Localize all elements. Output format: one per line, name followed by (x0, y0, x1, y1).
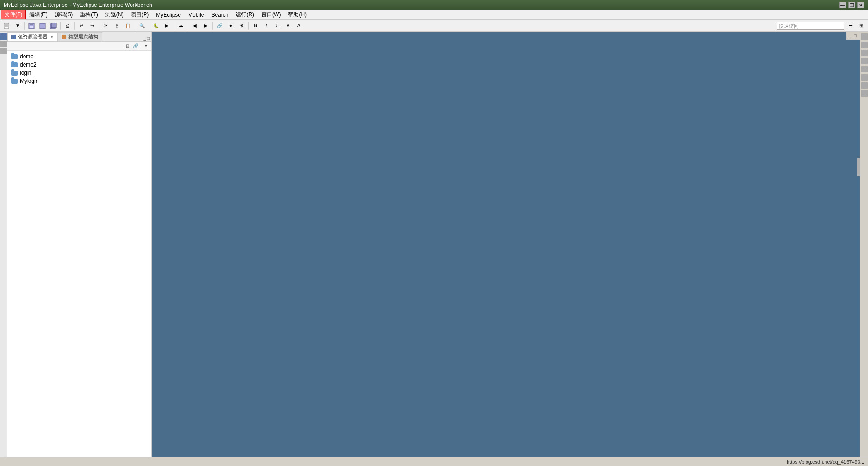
toolbar-new[interactable] (2, 21, 12, 30)
folder-icon-demo2 (11, 61, 18, 68)
toolbar-fontsize-large[interactable]: A (294, 21, 304, 30)
right-icon-1[interactable] (861, 33, 868, 40)
toolbar-forward[interactable]: ▶ (201, 21, 211, 30)
toolbar-bold[interactable]: B (250, 21, 260, 30)
toolbar-sep-4 (99, 22, 99, 30)
editor-maximize[interactable]: □ (854, 33, 859, 38)
side-icon-3[interactable] (0, 48, 7, 54)
panel-toolbar-sep (141, 43, 141, 49)
panel-view-menu[interactable]: ▼ (142, 43, 150, 50)
toolbar-copy[interactable]: ⎘ (112, 21, 122, 30)
tree-item-demo2[interactable]: demo2 (7, 61, 151, 69)
toolbar-italic[interactable]: I (261, 21, 271, 30)
tree-item-demo2-label: demo2 (20, 62, 37, 68)
tab-package-explorer-close[interactable]: ✕ (50, 35, 54, 39)
tab-package-explorer-label: 包资源管理器 (18, 33, 47, 40)
quick-access-input[interactable] (777, 22, 844, 30)
menu-window[interactable]: 窗口(W) (258, 10, 284, 19)
tab-type-hierarchy-label: 类型层次结构 (68, 33, 98, 40)
tab-package-explorer[interactable]: 包资源管理器 ✕ (7, 32, 58, 41)
toolbar-sep-9 (212, 22, 213, 30)
side-icon-1[interactable] (0, 33, 7, 40)
toolbar-print[interactable]: 🖨 (62, 21, 72, 30)
folder-icon-mylogin (11, 77, 18, 85)
right-icon-2[interactable] (861, 42, 868, 48)
toolbar-save[interactable] (27, 21, 37, 30)
panel-minimize[interactable]: _ (143, 36, 146, 41)
svg-rect-9 (51, 23, 56, 28)
editor-area[interactable]: _ □ (152, 32, 860, 457)
toolbar-perspective1[interactable]: ☰ (845, 21, 855, 30)
menu-mobile[interactable]: Mobile (184, 11, 208, 19)
toolbar-fontsize[interactable]: A (283, 21, 293, 30)
toolbar-sep-3 (74, 22, 75, 30)
toolbar-saveall[interactable] (48, 21, 58, 30)
folder-icon-demo (11, 53, 18, 60)
right-icon-4[interactable] (861, 58, 868, 64)
toolbar-sep-8 (188, 22, 188, 30)
toolbar-sep-2 (60, 22, 61, 30)
toolbar-sep-1 (24, 22, 25, 30)
scroll-handle[interactable] (857, 158, 860, 176)
svg-rect-5 (30, 23, 33, 25)
side-icon-2[interactable] (0, 41, 7, 47)
toolbar-dropdown[interactable]: ▼ (13, 21, 23, 30)
toolbar-paste[interactable]: 📋 (123, 21, 133, 30)
minimize-button[interactable]: — (839, 2, 846, 8)
right-icon-5[interactable] (861, 66, 868, 72)
panel-maximize[interactable]: □ (147, 36, 150, 41)
toolbar-sep-10 (248, 22, 249, 30)
tree-item-login[interactable]: login (7, 69, 151, 77)
tree-item-mylogin[interactable]: Mylogin (7, 77, 151, 85)
toolbar-perspective2[interactable]: ⊞ (856, 21, 866, 30)
menu-navigate[interactable]: 浏览(N) (102, 10, 127, 19)
toolbar-search[interactable]: 🔍 (137, 21, 147, 30)
toolbar-debug[interactable]: 🐛 (151, 21, 161, 30)
panel-collapse-all[interactable]: ⊟ (124, 43, 131, 50)
toolbar-run[interactable]: ▶ (162, 21, 172, 30)
menu-project[interactable]: 项目(P) (127, 10, 152, 19)
menu-help[interactable]: 帮助(H) (284, 10, 310, 19)
toolbar-cut[interactable]: ✂ (101, 21, 111, 30)
type-hierarchy-icon (62, 35, 66, 39)
toolbar-underline[interactable]: U (272, 21, 282, 30)
toolbar-bookmark[interactable]: ★ (226, 21, 236, 30)
toolbar-sep-7 (174, 22, 174, 30)
toolbar-sep-5 (135, 22, 135, 30)
right-icon-7[interactable] (861, 82, 868, 89)
svg-rect-7 (40, 23, 45, 29)
menu-myeclipse[interactable]: MyEclipse (152, 11, 184, 19)
toolbar-undo[interactable]: ↩ (76, 21, 86, 30)
window-controls[interactable]: — ❐ ✕ (839, 2, 864, 8)
left-side-icons (0, 32, 7, 457)
title-bar: MyEclipse Java Enterprise - MyEclipse En… (0, 0, 868, 10)
toolbar-settings[interactable]: ⚙ (236, 21, 246, 30)
tab-type-hierarchy[interactable]: 类型层次结构 (58, 32, 102, 41)
restore-button[interactable]: ❐ (848, 2, 855, 8)
toolbar-link[interactable]: 🔗 (215, 21, 225, 30)
right-icon-3[interactable] (861, 50, 868, 56)
menu-edit[interactable]: 编辑(E) (26, 10, 51, 19)
package-explorer-icon (11, 35, 16, 39)
menu-file[interactable]: 文件(F) (1, 10, 26, 19)
menu-run[interactable]: 运行(R) (232, 10, 258, 19)
panel-tabs: 包资源管理器 ✕ 类型层次结构 _ □ (7, 32, 151, 42)
svg-rect-6 (30, 26, 33, 28)
tree-item-demo-label: demo (20, 53, 33, 60)
menu-search[interactable]: Search (208, 11, 232, 19)
toolbar-back[interactable]: ◀ (190, 21, 200, 30)
right-icon-6[interactable] (861, 74, 868, 81)
editor-minimize[interactable]: _ (849, 33, 853, 38)
tree-item-demo[interactable]: demo (7, 52, 151, 61)
panel-link[interactable]: 🔗 (132, 43, 139, 50)
menu-source[interactable]: 源码(S) (51, 10, 76, 19)
menu-refactor[interactable]: 重构(T) (76, 10, 101, 19)
main-layout: 包资源管理器 ✕ 类型层次结构 _ □ ⊟ 🔗 ▼ (0, 32, 868, 457)
toolbar-redo[interactable]: ↪ (87, 21, 97, 30)
close-button[interactable]: ✕ (857, 2, 864, 8)
toolbar-deploy[interactable]: ☁ (176, 21, 186, 30)
window-title: MyEclipse Java Enterprise - MyEclipse En… (4, 2, 152, 8)
toolbar-saveas[interactable] (38, 21, 47, 30)
package-explorer-panel: 包资源管理器 ✕ 类型层次结构 _ □ ⊟ 🔗 ▼ (7, 32, 152, 457)
right-icon-8[interactable] (861, 90, 868, 97)
